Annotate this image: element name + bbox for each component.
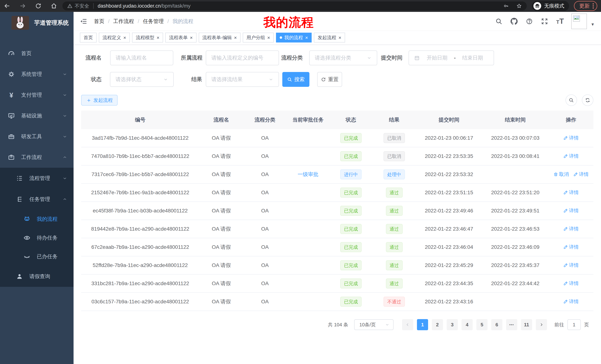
- tab-0[interactable]: 首页: [80, 33, 97, 42]
- table-toolbar: ＋ 发起流程: [81, 95, 593, 106]
- close-icon[interactable]: ×: [190, 35, 193, 40]
- page-button-6[interactable]: 6: [491, 319, 502, 330]
- cell-status: 已完成: [330, 206, 372, 216]
- cell-result: 通过: [372, 188, 416, 198]
- page-button-2[interactable]: 2: [432, 319, 443, 330]
- caret-down-icon[interactable]: ▼: [591, 22, 595, 27]
- detail-link[interactable]: 详情: [563, 207, 579, 214]
- home-icon[interactable]: [50, 3, 57, 9]
- more-pages-button[interactable]: •••: [506, 319, 517, 330]
- refresh-icon: [321, 77, 326, 82]
- back-icon[interactable]: [4, 3, 10, 9]
- tab-7[interactable]: 发起流程×: [314, 33, 345, 42]
- github-icon[interactable]: [511, 18, 518, 25]
- reload-icon[interactable]: [35, 3, 42, 9]
- breadcrumb-task-mgmt[interactable]: 任务管理: [143, 18, 164, 25]
- show-search-button[interactable]: [566, 95, 577, 106]
- update-button[interactable]: 更新: [574, 1, 597, 11]
- help-icon[interactable]: [526, 18, 533, 25]
- close-icon[interactable]: ×: [234, 35, 237, 40]
- detail-link[interactable]: 详情: [563, 280, 579, 287]
- cell-submit-time: 2022-01-22 23:53:32: [416, 172, 482, 177]
- cell-result: 通过: [372, 242, 416, 252]
- close-icon[interactable]: ×: [123, 35, 126, 40]
- tab-2[interactable]: 流程模型×: [132, 33, 163, 42]
- tab-6[interactable]: 我的流程×: [276, 33, 312, 42]
- tab-4[interactable]: 流程表单-编辑×: [199, 33, 241, 42]
- status-select[interactable]: 请选择状态: [110, 72, 174, 87]
- detail-link[interactable]: 详情: [563, 226, 579, 232]
- tab-5[interactable]: 用户分组×: [243, 33, 274, 42]
- sidebar-item-workflow[interactable]: 工作流程: [0, 147, 74, 168]
- close-icon[interactable]: ×: [338, 35, 341, 40]
- sidebar-item-my-process[interactable]: 我的流程: [0, 210, 74, 228]
- category-select[interactable]: 请选择流程分类: [309, 50, 377, 65]
- sidebar-item-infrastructure[interactable]: 基础设施: [0, 105, 74, 126]
- cell-end-time: 2022-01-23 00:08:41: [482, 153, 549, 159]
- detail-link[interactable]: 详情: [563, 153, 579, 159]
- sidebar-item-process-mgmt[interactable]: 流程管理: [0, 168, 74, 189]
- sidebar-item-done-tasks[interactable]: 已办任务: [0, 247, 74, 266]
- page-button-11[interactable]: 11: [521, 319, 532, 330]
- star-icon[interactable]: [516, 3, 522, 9]
- sidebar-item-devtools[interactable]: 研发工具: [0, 126, 74, 147]
- definition-input[interactable]: [206, 50, 279, 65]
- date-range-input[interactable]: 开始日期 - 结束日期: [409, 50, 494, 65]
- page-size-select[interactable]: 10条/页: [354, 319, 393, 330]
- detail-link[interactable]: 详情: [563, 298, 579, 305]
- sidebar-item-leave-query[interactable]: 请假查询: [0, 266, 74, 287]
- hamburger-icon[interactable]: [80, 18, 87, 25]
- tab-1[interactable]: 流程定义×: [99, 33, 130, 42]
- reset-button[interactable]: 重置: [317, 72, 342, 87]
- page-button-3[interactable]: 3: [447, 319, 458, 330]
- list-tree-icon: [16, 175, 23, 182]
- font-size-icon[interactable]: TT: [556, 17, 564, 25]
- tab-3[interactable]: 流程表单×: [165, 33, 196, 42]
- page-button-4[interactable]: 4: [461, 319, 473, 330]
- avatar[interactable]: [571, 14, 587, 29]
- task-link[interactable]: 一级审批: [298, 172, 319, 177]
- chevron-down-icon: [385, 322, 390, 327]
- url-bar[interactable]: 不安全 dashboard.yudao.iocoder.cn /bpm/task…: [62, 1, 527, 10]
- more-dots-icon[interactable]: [593, 3, 594, 9]
- prev-page-button[interactable]: [402, 319, 413, 330]
- cell-actions: 详情: [549, 262, 593, 269]
- goto-page-input[interactable]: [567, 319, 581, 330]
- navbar-actions: TT ▼: [487, 14, 595, 29]
- detail-link[interactable]: 详情: [563, 262, 579, 268]
- page-button-5[interactable]: 5: [476, 319, 488, 330]
- sidebar-item-task-mgmt[interactable]: 任务管理: [0, 189, 74, 210]
- process-name-input[interactable]: [110, 50, 173, 65]
- key-icon[interactable]: [503, 3, 509, 9]
- result-select[interactable]: 请选择流结果: [206, 72, 279, 87]
- sidebar-item-system[interactable]: 系统管理: [0, 64, 74, 85]
- breadcrumb-workflow[interactable]: 工作流程: [113, 18, 134, 25]
- forward-icon[interactable]: [19, 3, 26, 9]
- next-page-button[interactable]: [536, 319, 547, 330]
- sidebar-item-payment[interactable]: ¥ 支付管理: [0, 85, 74, 105]
- cell-name: OA 请假: [199, 153, 243, 160]
- detail-link[interactable]: 详情: [563, 189, 579, 196]
- search-icon[interactable]: [495, 18, 502, 25]
- close-icon[interactable]: ×: [267, 35, 270, 40]
- detail-link[interactable]: 详情: [563, 244, 579, 250]
- detail-link[interactable]: 详情: [563, 135, 579, 141]
- cell-status: 已完成: [330, 297, 372, 307]
- cell-id: 3ad174fb-7b9d-11ec-8404-acde48001122: [81, 135, 199, 141]
- cancel-link[interactable]: 取消: [553, 171, 569, 178]
- close-icon[interactable]: ×: [305, 35, 308, 40]
- refresh-table-button[interactable]: [582, 95, 593, 106]
- fullscreen-icon[interactable]: [541, 18, 548, 25]
- sidebar-item-home[interactable]: 首页: [0, 43, 74, 64]
- page-button-1[interactable]: 1: [417, 319, 428, 330]
- cell-status: 已完成: [330, 260, 372, 270]
- chevron-down-icon: [62, 93, 67, 97]
- app-logo-row[interactable]: 芋道管理系统: [0, 12, 74, 34]
- sidebar-item-todo-tasks[interactable]: 待办任务: [0, 228, 74, 247]
- cell-category: OA: [243, 135, 287, 141]
- breadcrumb-home[interactable]: 首页: [94, 18, 104, 25]
- detail-link[interactable]: 详情: [573, 171, 589, 178]
- search-button[interactable]: 搜索: [282, 72, 310, 87]
- close-icon[interactable]: ×: [157, 35, 159, 40]
- create-process-button[interactable]: ＋ 发起流程: [81, 95, 118, 105]
